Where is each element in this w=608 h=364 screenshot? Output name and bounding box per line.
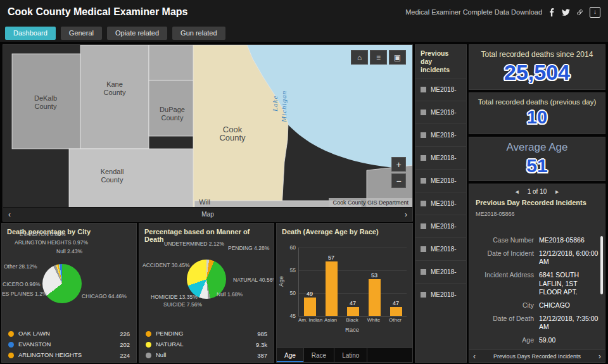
incident-list-item[interactable]: ME2018-: [415, 169, 466, 192]
incident-marker-icon: [421, 110, 426, 115]
incident-id: ME2018-: [431, 109, 457, 116]
map-label-will: Will: [199, 198, 210, 206]
legend-value: 387: [257, 352, 267, 359]
incident-list-item[interactable]: ME2018-: [415, 146, 466, 169]
tab-age[interactable]: Age: [277, 348, 304, 362]
field-value: 6841 SOUTH LAFLIN, 1ST FLOOR APT.: [539, 271, 600, 296]
incident-marker-icon: [421, 201, 426, 206]
pie-callout: SUICIDE 7.56%: [163, 301, 202, 308]
legend-icon[interactable]: ≡: [370, 50, 387, 65]
stat-total-deaths: Total recorded deaths since 2014 25,504: [469, 44, 605, 90]
legend-item[interactable]: ARLINGTON HEIGHTS 224: [2, 350, 136, 361]
incident-list-item[interactable]: ME2018-: [415, 283, 466, 306]
pie-callout: Null 1.68%: [217, 291, 243, 298]
incident-details-panel: ◄ 1 of 10 ► Previous Day Recorded Incide…: [469, 184, 605, 363]
y-axis-label: Age: [277, 276, 284, 287]
x-tick: Black: [341, 317, 363, 323]
incident-list-item[interactable]: ME2018-: [415, 260, 466, 283]
map-prev-icon[interactable]: ‹: [8, 211, 11, 218]
bar-white[interactable]: 53: [365, 248, 384, 316]
bar-black[interactable]: 47: [343, 248, 362, 316]
county-map: DeKalbCounty KaneCounty DuPageCounty Coo…: [3, 45, 412, 207]
map-footer-label: Map: [201, 211, 213, 218]
tab-latino[interactable]: Latino: [334, 348, 367, 362]
map-label-dupage: DuPageCounty: [160, 106, 185, 122]
y-tick: 50: [278, 290, 296, 296]
footer-prev-icon[interactable]: ‹: [473, 353, 476, 360]
bar-am-indian[interactable]: 49: [300, 248, 319, 316]
map-canvas[interactable]: DeKalbCounty KaneCounty DuPageCounty Coo…: [3, 45, 412, 207]
pie-callout: ARLINGTON HEIGHTS 0.97%: [15, 239, 88, 246]
page-prev-icon[interactable]: ◄: [514, 189, 520, 195]
header: Cook County Medical Examiner Maps Medica…: [0, 0, 608, 24]
y-tick: 60: [278, 244, 296, 251]
layers-icon[interactable]: ▣: [389, 50, 406, 65]
incidents-title: Previous day incidents: [415, 45, 466, 78]
scrollbar-thumb[interactable]: [600, 236, 603, 294]
bar-plot-area: 49 57 47 53 47: [298, 248, 407, 317]
pie-callout: Null 2.43%: [56, 248, 82, 254]
stat-average-age: Average Age 51: [469, 137, 605, 181]
chart-tab-bar: Age Race Latino: [277, 348, 412, 362]
chart-title: Death (Average Age by Race): [277, 223, 412, 235]
details-fields: Case Number ME2018-05866 Date of Inciden…: [469, 234, 600, 348]
home-icon[interactable]: ⌂: [351, 50, 368, 65]
incident-list-item[interactable]: ME2018-: [415, 215, 466, 237]
map-label-dekalb: DeKalbCounty: [34, 94, 57, 110]
pie-callout: HOMICIDE 13.35%: [151, 294, 198, 300]
footer-next-icon[interactable]: ›: [598, 353, 601, 360]
chart-legend: OAK LAWN 226 EVANSTON 202 ARLINGTON HEIG…: [2, 329, 136, 361]
incident-marker-icon: [421, 155, 426, 161]
link-icon[interactable]: [576, 8, 584, 16]
incident-list-item[interactable]: ME2018-: [415, 192, 466, 215]
incident-marker-icon: [421, 132, 426, 138]
legend-label: Null: [156, 352, 166, 359]
legend-label: EVANSTON: [18, 341, 51, 348]
tab-dashboard[interactable]: Dashboard: [5, 27, 56, 40]
map-next-icon[interactable]: ›: [405, 211, 407, 218]
tab-gun-related[interactable]: Gun related: [172, 27, 225, 40]
legend-item[interactable]: OAK LAWN 226: [2, 329, 136, 339]
incident-list-item[interactable]: ME2018-: [415, 78, 466, 101]
field-row: Age 59.00: [476, 334, 600, 347]
facebook-icon[interactable]: [548, 8, 556, 16]
incident-id: ME2018-: [431, 223, 457, 230]
field-label: Case Number: [476, 236, 534, 244]
zoom-in-button[interactable]: +: [391, 157, 406, 172]
incident-list-item[interactable]: ME2018-: [415, 123, 466, 146]
twitter-icon[interactable]: [562, 8, 570, 16]
incident-list-item[interactable]: ME2018-: [415, 237, 466, 260]
incident-marker-icon: [421, 178, 426, 184]
legend-item[interactable]: NATURAL 9.3k: [139, 339, 274, 350]
bar-other[interactable]: 47: [386, 248, 405, 316]
page-next-icon[interactable]: ►: [554, 189, 560, 195]
zoom-out-button[interactable]: −: [391, 173, 406, 188]
chart-avg-age-by-race: Death (Average Age by Race) Age 60 55 50…: [276, 223, 413, 363]
field-label: Age: [476, 336, 534, 344]
stat-label: Total recorded deaths since 2014: [469, 45, 605, 59]
map-label-lake-line1: Lake: [271, 96, 279, 112]
tab-general[interactable]: General: [61, 27, 102, 40]
download-icon[interactable]: ↓: [590, 7, 600, 18]
incident-list-item[interactable]: ME2018-: [415, 101, 466, 123]
pie-callout: CHICAGO 64.46%: [82, 293, 127, 299]
incident-id: ME2018-: [431, 154, 457, 161]
field-row: City CHICAGO: [476, 299, 600, 312]
stat-value: 25,504: [469, 60, 605, 85]
stat-label: Average Age: [469, 137, 605, 154]
pie-chart-city[interactable]: [42, 264, 82, 303]
legend-item[interactable]: Null 387: [139, 350, 274, 361]
legend-item[interactable]: EVANSTON 202: [2, 339, 136, 350]
legend-item[interactable]: PENDING 985: [139, 329, 274, 339]
field-value: 12/12/2018, 6:00:00 AM: [539, 249, 600, 266]
tab-race[interactable]: Race: [304, 348, 334, 362]
data-download-link[interactable]: Medical Examiner Complete Data Download: [405, 8, 542, 16]
bar-value: 53: [371, 272, 377, 279]
field-value: 12/12/2018, 7:35:00 AM: [539, 315, 600, 331]
tab-opiate-related[interactable]: Opiate related: [107, 27, 167, 40]
legend-swatch: [146, 331, 151, 337]
pie-callout: UNDETERMINED 2.12%: [164, 241, 224, 247]
bar-asian[interactable]: 57: [322, 248, 341, 316]
stat-value: 10: [469, 107, 605, 128]
field-row: Date of Incident 12/12/2018, 6:00:00 AM: [476, 247, 600, 268]
